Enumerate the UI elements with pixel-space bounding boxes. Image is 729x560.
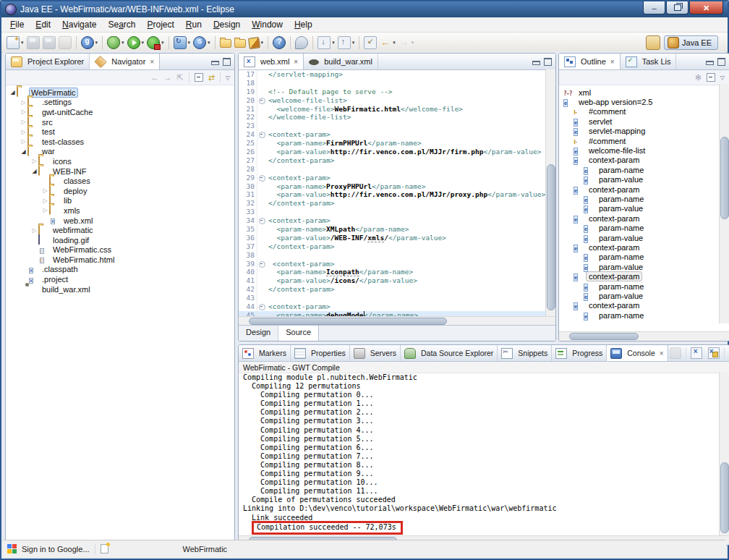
tree-item[interactable]: .project xyxy=(6,274,234,284)
debug-button[interactable]: ▾ xyxy=(106,35,126,51)
editor-line[interactable]: 43 xyxy=(239,294,555,302)
dropdown-arrow-icon[interactable]: ▾ xyxy=(261,40,264,46)
tab-design[interactable]: Design xyxy=(239,326,278,341)
collapsed-arrow-icon[interactable]: ▷ xyxy=(41,187,49,194)
outline-tab-task-lis[interactable]: Task Lis xyxy=(621,54,677,69)
dropdown-arrow-icon[interactable]: ▾ xyxy=(95,40,98,46)
open-perspective-icon[interactable] xyxy=(646,35,660,50)
outline-item[interactable]: context-param xyxy=(562,242,729,252)
editor-line[interactable]: 39 <context-param> xyxy=(239,260,555,268)
fold-collapse-icon[interactable] xyxy=(259,98,265,104)
close-icon[interactable]: × xyxy=(150,58,154,66)
outline-item[interactable]: param-value xyxy=(562,291,729,300)
outline-item[interactable]: web-app version=2.5 xyxy=(562,97,729,106)
tree-item[interactable]: ▷test xyxy=(6,127,234,137)
minimize-outline-icon[interactable] xyxy=(706,61,714,65)
editor-line[interactable]: 38 xyxy=(239,251,555,260)
dropdown-arrow-icon[interactable]: ▾ xyxy=(412,40,414,46)
collapsed-arrow-icon[interactable]: ▷ xyxy=(20,99,27,106)
fold-collapse-icon[interactable] xyxy=(259,304,265,310)
editor-line[interactable]: 19<!-- Default page to serve --> xyxy=(239,88,555,96)
tree-item[interactable]: build_war.xml xyxy=(6,284,234,294)
dropdown-arrow-icon[interactable]: ▾ xyxy=(352,40,355,46)
menu-item-navigate[interactable]: Navigate xyxy=(56,18,102,31)
outline-item[interactable]: xml xyxy=(562,88,729,97)
dropdown-arrow-icon[interactable]: ▾ xyxy=(21,40,24,46)
outline-item[interactable]: param-name xyxy=(562,281,729,291)
close-button[interactable]: ✕ xyxy=(689,1,723,14)
web-service-explorer-button[interactable]: ▾ xyxy=(192,35,212,51)
editor-line[interactable]: 22</welcome-file-list> xyxy=(239,113,555,122)
new-wizard-button[interactable]: ▾ xyxy=(5,35,25,51)
minimize-button[interactable]: – xyxy=(643,1,665,14)
outline-item[interactable]: servlet-mapping xyxy=(562,127,729,136)
editor-hscroll-thumb[interactable] xyxy=(249,318,447,325)
dropdown-arrow-icon[interactable]: ▾ xyxy=(161,40,164,46)
collapsed-arrow-icon[interactable]: ▷ xyxy=(20,129,27,135)
minimize-editor-icon[interactable] xyxy=(532,61,540,65)
dropdown-arrow-icon[interactable]: ▾ xyxy=(393,40,396,46)
go-into-icon[interactable]: ⇱ xyxy=(176,73,183,82)
editor-line[interactable]: 31 <param-value>http://fir.venco.com.pl/… xyxy=(239,190,555,199)
console-tab-servers[interactable]: Servers xyxy=(350,345,401,361)
back-history-button[interactable]: ▾ xyxy=(378,35,397,51)
dropdown-arrow-icon[interactable]: ▾ xyxy=(122,40,124,46)
import-folder-button[interactable] xyxy=(218,35,233,51)
previous-annotation-button[interactable]: ▾ xyxy=(336,35,357,51)
editor-line[interactable]: 34<context-param> xyxy=(239,216,555,225)
menu-item-project[interactable]: Project xyxy=(141,18,179,31)
outline-item[interactable]: param-value xyxy=(562,262,729,271)
outline-collapse-all-icon[interactable] xyxy=(707,73,715,82)
view-menu-icon[interactable]: ▽ xyxy=(226,75,230,81)
menu-item-window[interactable]: Window xyxy=(246,18,289,31)
console-tab-properties[interactable]: Properties xyxy=(291,345,350,361)
new-web-service-button[interactable]: ▾ xyxy=(172,35,192,51)
editor-line[interactable]: 18 xyxy=(239,79,555,88)
last-edit-location-button[interactable] xyxy=(362,35,378,51)
collapsed-arrow-icon[interactable]: ▷ xyxy=(20,119,27,125)
outline-tab-outline[interactable]: Outline× xyxy=(559,54,621,69)
menu-item-design[interactable]: Design xyxy=(208,18,246,31)
outline-item[interactable]: param-value xyxy=(562,204,729,213)
outline-item[interactable]: context-param xyxy=(562,271,729,281)
tree-item[interactable]: ▷.settings xyxy=(6,98,234,108)
outline-item[interactable]: servlet xyxy=(562,116,729,126)
fold-collapse-icon[interactable] xyxy=(259,261,265,268)
console-tab-progress[interactable]: Progress xyxy=(552,345,607,361)
fold-collapse-icon[interactable] xyxy=(259,132,265,138)
minimize-view-icon[interactable] xyxy=(211,61,219,65)
tree-item[interactable]: ▷lib xyxy=(6,196,234,206)
editor-line[interactable]: 37</context-param> xyxy=(239,242,555,251)
editor-line[interactable]: 35 <param-name>XMLpath</param-name> xyxy=(239,225,555,234)
help-button[interactable] xyxy=(271,35,287,51)
editor-tab-build-war-xml[interactable]: build_war.xml xyxy=(304,54,378,69)
maximize-outline-icon[interactable] xyxy=(717,58,725,66)
editor-line[interactable]: 29<context-param> xyxy=(239,174,555,182)
editor-line[interactable]: 41 <param-value>/icons/</param-value> xyxy=(239,276,555,285)
collapsed-arrow-icon[interactable]: ▷ xyxy=(30,227,38,234)
editor-line[interactable]: 30 <param-name>ProxyPHPUrl</param-name> xyxy=(239,182,555,191)
outline-item[interactable]: param-value xyxy=(562,175,729,184)
gwt-compile-button[interactable]: ▾ xyxy=(80,35,100,51)
outline-item[interactable]: param-name xyxy=(562,194,729,203)
console-tab-snippets[interactable]: Snippets xyxy=(498,345,552,361)
back-icon[interactable]: ← xyxy=(150,73,158,82)
outline-vscroll-thumb[interactable] xyxy=(720,137,729,220)
editor-line[interactable]: 32</context-param> xyxy=(239,199,555,208)
editor-line[interactable]: 36 <param-value>/WEB-INF/xmls/</param-va… xyxy=(239,234,555,242)
collapse-all-icon[interactable] xyxy=(195,73,203,82)
outline-view-menu-icon[interactable]: ▽ xyxy=(720,75,725,81)
tree-item[interactable]: ◢WebFirmatic xyxy=(6,88,234,98)
console-tab-data-source-explorer[interactable]: Data Source Explorer xyxy=(401,345,498,361)
outline-hscroll-thumb[interactable] xyxy=(569,333,639,340)
outline-item[interactable]: param-name xyxy=(562,310,729,320)
outline-item[interactable]: context-param xyxy=(562,156,729,165)
editor-line[interactable]: 20<welcome-file-list> xyxy=(239,96,555,105)
tree-item[interactable]: ▷test-classes xyxy=(6,137,234,147)
filter-icon[interactable]: ✻ xyxy=(695,73,702,82)
editor-vscroll-thumb[interactable] xyxy=(547,164,555,310)
signin-google-link[interactable]: Sign in to Google... xyxy=(22,545,90,553)
tree-item[interactable]: classes xyxy=(6,176,234,186)
next-annotation-button[interactable]: ▾ xyxy=(316,35,336,51)
console-tab-markers[interactable]: Markers xyxy=(239,345,291,361)
